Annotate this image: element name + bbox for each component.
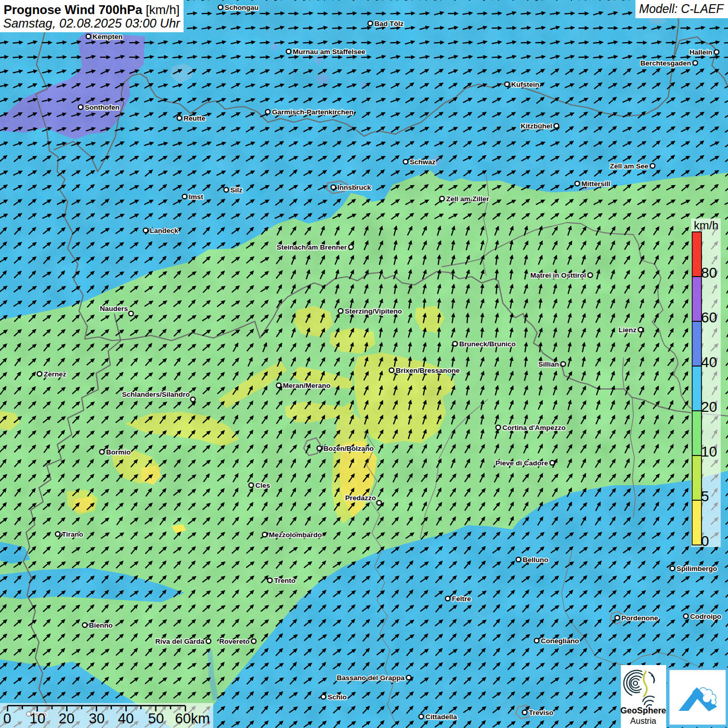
svg-text:Reutte: Reutte	[184, 114, 205, 122]
svg-text:Treviso: Treviso	[529, 709, 553, 717]
svg-text:Predazzo: Predazzo	[345, 494, 376, 502]
svg-text:Prognose Wind 700hPa [km/h]: Prognose Wind 700hPa [km/h]	[4, 3, 180, 17]
svg-text:Zell am Ziller: Zell am Ziller	[446, 195, 489, 203]
svg-text:Nauders: Nauders	[100, 305, 128, 313]
svg-text:Pieve di Cadore: Pieve di Cadore	[496, 459, 549, 467]
svg-text:Sonthofen: Sonthofen	[85, 103, 120, 111]
svg-text:Belluno: Belluno	[523, 556, 549, 564]
svg-text:Lienz: Lienz	[618, 326, 636, 334]
svg-text:40: 40	[701, 354, 717, 370]
svg-text:Modell: C-LAEF: Modell: C-LAEF	[639, 2, 724, 16]
svg-text:Cittadella: Cittadella	[425, 713, 457, 721]
svg-text:Sterzing/Vipiteno: Sterzing/Vipiteno	[345, 307, 402, 315]
svg-text:Kempten: Kempten	[93, 33, 123, 41]
svg-text:0: 0	[701, 533, 709, 549]
svg-text:Codroipo: Codroipo	[690, 613, 721, 620]
svg-text:Berchtesgaden: Berchtesgaden	[640, 59, 691, 67]
svg-text:5: 5	[701, 488, 709, 504]
svg-text:Trento: Trento	[274, 577, 295, 584]
svg-text:Schwaz: Schwaz	[410, 158, 436, 166]
svg-text:Innsbruck: Innsbruck	[337, 184, 371, 191]
svg-text:Tirano: Tirano	[62, 530, 83, 538]
svg-text:50: 50	[148, 710, 164, 726]
svg-text:km/h: km/h	[694, 219, 719, 232]
svg-text:Murnau am Staffelsee: Murnau am Staffelsee	[293, 48, 366, 56]
svg-text:Bruneck/Brunico: Bruneck/Brunico	[459, 340, 516, 348]
svg-text:Zernez: Zernez	[44, 370, 67, 378]
svg-text:0: 0	[3, 710, 11, 726]
svg-text:60km: 60km	[175, 710, 210, 726]
svg-text:Schlanders/Silandro: Schlanders/Silandro	[122, 391, 190, 398]
svg-text:Silz: Silz	[230, 186, 243, 194]
svg-text:Imst: Imst	[189, 193, 203, 201]
svg-text:Garmisch-Partenkirchen: Garmisch-Partenkirchen	[272, 108, 354, 116]
svg-text:Bormio: Bormio	[106, 448, 131, 456]
svg-text:Schongau: Schongau	[225, 4, 258, 11]
svg-text:80: 80	[701, 265, 717, 281]
svg-text:Mezzolombardo: Mezzolombardo	[269, 531, 322, 539]
svg-text:Steinach am Brenner: Steinach am Brenner	[277, 243, 347, 251]
svg-text:Matrei in Osttirol: Matrei in Osttirol	[530, 271, 586, 279]
svg-text:Mittersill: Mittersill	[581, 180, 610, 188]
svg-text:Zell am See: Zell am See	[610, 162, 649, 170]
svg-text:30: 30	[89, 710, 105, 726]
svg-text:Bassano del Grappa: Bassano del Grappa	[336, 674, 405, 682]
svg-text:Conegliano: Conegliano	[541, 637, 579, 645]
svg-text:Spilimbergo: Spilimbergo	[677, 565, 717, 573]
svg-text:Bienno: Bienno	[89, 621, 113, 629]
svg-text:Feltre: Feltre	[452, 595, 471, 603]
svg-text:40: 40	[118, 710, 134, 726]
svg-text:Landeck: Landeck	[150, 227, 178, 235]
svg-text:Kitzbühel: Kitzbühel	[521, 122, 552, 130]
svg-text:Hallein: Hallein	[690, 48, 712, 56]
svg-text:Cles: Cles	[255, 482, 270, 489]
svg-text:Brixen/Bressanone: Brixen/Bressanone	[396, 367, 460, 374]
svg-text:Bad Tölz: Bad Tölz	[374, 20, 404, 28]
svg-text:Riva del Garda: Riva del Garda	[155, 638, 204, 645]
svg-text:10: 10	[30, 710, 46, 726]
svg-text:60: 60	[701, 309, 717, 326]
svg-text:Pordenone: Pordenone	[621, 614, 658, 622]
svg-text:Sillian: Sillian	[538, 360, 559, 368]
svg-text:Austria: Austria	[630, 717, 656, 725]
svg-text:20: 20	[701, 399, 717, 415]
svg-text:Bozen/Bolzano: Bozen/Bolzano	[323, 445, 374, 452]
svg-text:Cortina d'Ampezzo: Cortina d'Ampezzo	[502, 424, 566, 432]
svg-text:Schio: Schio	[328, 693, 347, 701]
svg-text:Meran/Merano: Meran/Merano	[283, 382, 331, 389]
svg-text:10: 10	[701, 444, 717, 460]
svg-text:Rovereto: Rovereto	[219, 638, 250, 645]
svg-text:Samstag, 02.08.2025 03:00 Uhr: Samstag, 02.08.2025 03:00 Uhr	[3, 16, 180, 30]
svg-text:GeoSphere: GeoSphere	[620, 706, 666, 715]
svg-text:Kufstein: Kufstein	[511, 81, 539, 88]
svg-text:20: 20	[59, 710, 75, 726]
